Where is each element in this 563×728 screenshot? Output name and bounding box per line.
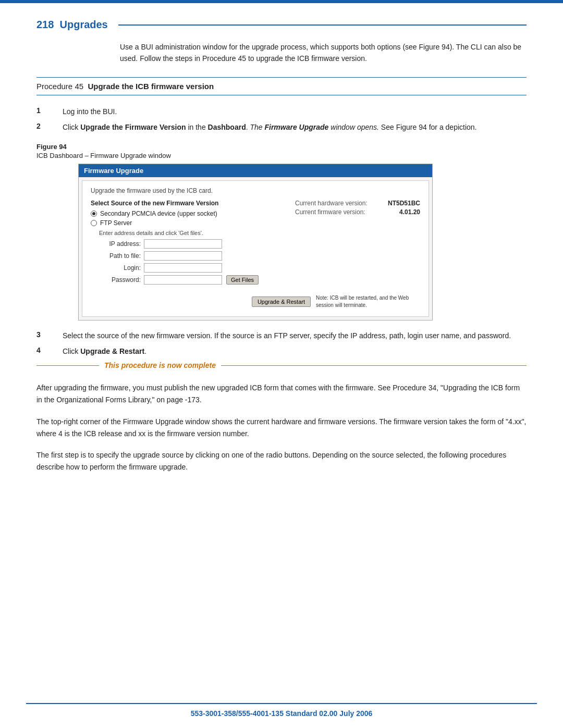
body-paragraphs: After upgrading the firmware, you must p… (36, 382, 527, 473)
step-row-2: 2 Click Upgrade the Firmware Version in … (36, 121, 527, 133)
steps-3-4: 3 Select the source of the new firmware … (36, 330, 527, 370)
fw-right: Current hardware version: NT5D51BC Curre… (295, 200, 420, 287)
fw-field-label-password: Password: (99, 276, 141, 283)
fw-field-row-password: Password: Get Files (99, 275, 295, 285)
fw-field-input-path[interactable] (144, 251, 222, 261)
step-text-3: Select the source of the new firmware ve… (63, 330, 527, 341)
fw-ftp-note: Enter address details and click 'Get fil… (99, 230, 295, 236)
content: 218 Upgrades Use a BUI administration wi… (0, 3, 563, 498)
section-title: 218 Upgrades (36, 19, 118, 31)
fw-radio-1-label: Secondary PCMCIA device (upper socket) (100, 210, 217, 217)
fw-fw-value: 4.01.20 (399, 208, 420, 216)
section-header: 218 Upgrades (36, 19, 527, 31)
step-num-4: 4 (36, 346, 63, 354)
fw-source-title: Select Source of the new Firmware Versio… (91, 200, 295, 207)
step-num-1: 1 (36, 106, 63, 115)
step-text-1: Log into the BUI. (63, 106, 527, 117)
page: 218 Upgrades Use a BUI administration wi… (0, 0, 563, 728)
fw-content-row: Select Source of the new Firmware Versio… (91, 200, 420, 287)
fw-hw-row: Current hardware version: NT5D51BC (295, 200, 420, 207)
section-rule (118, 24, 527, 26)
fw-titlebar: Firmware Upgrade (79, 164, 432, 177)
fw-note: Note: ICB will be restarted, and the Web… (316, 294, 420, 309)
section-name: Upgrades (60, 19, 108, 30)
body-para-3: The first step is to specify the upgrade… (36, 449, 527, 473)
intro-text: Use a BUI administration window for the … (120, 41, 527, 65)
step-text-2: Click Upgrade the Firmware Version in th… (63, 121, 527, 133)
fw-field-label-ip: IP address: (99, 240, 141, 248)
footer-text: 553-3001-358/555-4001-135 Standard 02.00… (0, 704, 563, 728)
fw-window: Firmware Upgrade Upgrade the firmware us… (78, 164, 433, 320)
fw-body: Upgrade the firmware used by the ICB car… (82, 180, 429, 317)
body-para-1: After upgrading the firmware, you must p… (36, 382, 527, 406)
fw-bottom-row: Upgrade & Restart Note: ICB will be rest… (91, 294, 420, 309)
footer: 553-3001-358/555-4001-135 Standard 02.00… (0, 703, 563, 728)
fw-subtitle: Upgrade the firmware used by the ICB car… (91, 187, 420, 194)
step-text-4: Click Upgrade & Restart. (63, 346, 527, 357)
fw-fields: IP address: Path to file: Login: (99, 239, 295, 285)
fw-field-input-login[interactable] (144, 263, 222, 273)
fw-field-input-password[interactable] (144, 275, 222, 285)
upgrade-restart-button[interactable]: Upgrade & Restart (252, 297, 311, 307)
fw-radio-row-2[interactable]: FTP Server (91, 219, 295, 227)
fw-hw-value: NT5D51BC (388, 200, 420, 207)
figure-label: Figure 94 (36, 143, 527, 151)
section-number: 218 (36, 19, 54, 30)
fw-hw-label: Current hardware version: (295, 200, 368, 207)
fw-field-label-login: Login: (99, 264, 141, 272)
fw-radio-row-1[interactable]: Secondary PCMCIA device (upper socket) (91, 210, 295, 217)
body-para-2: The top-right corner of the Firmware Upg… (36, 416, 527, 440)
fw-radio-2-label: FTP Server (100, 219, 132, 227)
fw-field-row-path: Path to file: (99, 251, 295, 261)
fw-left: Select Source of the new Firmware Versio… (91, 200, 295, 287)
figure-caption: ICB Dashboard – Firmware Upgrade window (36, 152, 527, 159)
complete-line-right (221, 365, 527, 366)
procedure-block: Procedure 45 Upgrade the ICB firmware ve… (36, 77, 527, 95)
get-files-button[interactable]: Get Files (226, 275, 259, 285)
complete-text: This procedure is now complete (104, 361, 216, 369)
fw-fw-row: Current firmware version: 4.01.20 (295, 208, 420, 216)
fw-field-label-path: Path to file: (99, 252, 141, 260)
fw-field-input-ip[interactable] (144, 239, 222, 249)
fw-fw-label: Current firmware version: (295, 208, 365, 216)
fw-radio-1[interactable] (91, 211, 97, 217)
steps-1-2: 1 Log into the BUI. 2 Click Upgrade the … (36, 106, 527, 133)
step-num-3: 3 (36, 330, 63, 339)
figure-section: Figure 94 ICB Dashboard – Firmware Upgra… (36, 143, 527, 320)
step-row-3: 3 Select the source of the new firmware … (36, 330, 527, 341)
procedure-complete-row: This procedure is now complete (36, 361, 527, 369)
complete-line-left (36, 365, 99, 366)
step-num-2: 2 (36, 121, 63, 130)
fw-radio-2[interactable] (91, 220, 97, 226)
step-row-1: 1 Log into the BUI. (36, 106, 527, 117)
fw-field-row-login: Login: (99, 263, 295, 273)
fw-field-row-ip: IP address: (99, 239, 295, 249)
procedure-title: Procedure 45 Upgrade the ICB firmware ve… (36, 82, 214, 91)
step-row-4: 4 Click Upgrade & Restart. (36, 346, 527, 357)
